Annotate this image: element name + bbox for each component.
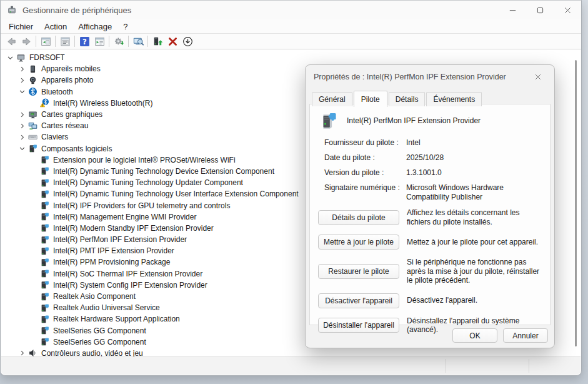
software-component-icon — [39, 337, 50, 347]
chevron-right-icon[interactable] — [17, 64, 27, 74]
driver-fields: Fournisseur du pilote :IntelDate du pilo… — [324, 138, 541, 202]
disable-device-button[interactable] — [180, 34, 195, 48]
expander-spacer — [29, 246, 39, 256]
toolbar-divider — [128, 36, 129, 47]
tree-item-label: Realtek Audio Universal Service — [53, 303, 160, 312]
menu-action[interactable]: Action — [39, 21, 72, 33]
driver-update-icon — [152, 36, 163, 47]
uninstall-icon — [167, 36, 178, 47]
scan-computer-icon — [133, 36, 144, 47]
chevron-down-icon[interactable] — [17, 87, 27, 97]
tree-item-label: Intel(R) Modern Standby IPF Extension Pr… — [53, 224, 214, 233]
expander-spacer — [29, 189, 39, 199]
dialog-titlebar[interactable]: Propriétés de : Intel(R) PerfMon IPF Ext… — [306, 65, 554, 89]
network-adapter-icon — [27, 121, 38, 131]
chevron-right-icon[interactable] — [17, 121, 27, 131]
properties-button[interactable] — [57, 34, 72, 48]
keyboard-icon — [27, 132, 38, 142]
tree-item-label: Intel(R) Dynamic Tuning Technology Devic… — [53, 167, 274, 176]
menubar: FichierActionAffichage? — [1, 19, 581, 34]
window-titlebar[interactable]: Gestionnaire de périphériques — [1, 1, 581, 19]
chevron-down-icon[interactable] — [5, 53, 16, 63]
chevron-right-icon[interactable] — [17, 132, 27, 142]
software-component-icon — [39, 212, 50, 222]
chevron-down-icon[interactable] — [17, 144, 27, 154]
camera-icon — [27, 75, 38, 85]
software-component-icon — [39, 155, 50, 165]
speaker-icon — [27, 348, 38, 357]
update-driver-button[interactable] — [150, 34, 165, 48]
expander-spacer — [29, 178, 39, 188]
show-console-tree-button[interactable] — [38, 34, 53, 48]
dialog-close-button[interactable] — [530, 69, 546, 85]
tree-item-label: Intel(R) SoC Thermal IPF Extension Provi… — [53, 270, 202, 278]
tree-item-fdrsoft[interactable]: FDRSOFT — [1, 52, 581, 63]
driver-actions: Détails du piloteAffichez les détails co… — [318, 208, 542, 335]
tree-item-label: Intel(R) Wireless Bluetooth(R) — [53, 99, 152, 108]
update-driver-software-button[interactable] — [111, 34, 126, 48]
software-component-icon — [27, 144, 38, 154]
action-description: Mettez à jour le pilote pour cet apparei… — [407, 238, 538, 247]
help-button[interactable]: ? — [77, 34, 92, 48]
back-button[interactable] — [4, 34, 19, 48]
field-value: Intel — [406, 138, 541, 148]
statusbar-separator — [446, 359, 446, 373]
field-label: Fournisseur du pilote : — [324, 138, 406, 148]
field-row: Date du pilote :2025/10/28 — [324, 153, 541, 163]
field-row: Signataire numérique :Microsoft Windows … — [324, 183, 541, 202]
desactiver-l-appareil-button[interactable]: Désactiver l'appareil — [318, 293, 399, 308]
ok-button[interactable]: OK — [452, 328, 497, 343]
tree-item-label: Intel(R) Dynamic Tuning Technology User … — [53, 189, 299, 198]
scan-hardware-changes-button[interactable] — [131, 34, 146, 48]
desinstaller-l-appareil-button[interactable]: Désinstaller l'appareil — [318, 318, 399, 333]
chevron-right-icon[interactable] — [17, 348, 27, 357]
device-name: Intel(R) PerfMon IPF Extension Provider — [347, 116, 481, 125]
action-description: Affichez les détails concernant les fich… — [407, 208, 542, 226]
chevron-right-icon[interactable] — [17, 109, 27, 119]
tree-item-label: Realtek Hardware Support Application — [53, 315, 180, 323]
display-adapter-icon — [27, 109, 38, 119]
action-pane-button[interactable] — [92, 34, 107, 48]
chevron-right-icon[interactable] — [17, 75, 27, 85]
expander-spacer — [29, 212, 39, 222]
expander-spacer — [29, 235, 39, 245]
mettre-a-jour-le-pilote-button[interactable]: Mettre à jour le pilote — [318, 235, 399, 250]
tab-general[interactable]: Général — [312, 92, 352, 106]
tab-evenements[interactable]: Événements — [426, 92, 482, 106]
tree-item-label: Intel(R) PMT IPF Extension Provider — [53, 246, 174, 255]
window-title: Gestionnaire de périphériques — [22, 6, 131, 15]
maximize-button[interactable] — [526, 1, 554, 19]
menu-affichage[interactable]: Affichage — [72, 21, 117, 33]
details-du-pilote-button[interactable]: Détails du pilote — [318, 210, 399, 225]
restaurer-le-pilote-button[interactable]: Restaurer le pilote — [318, 264, 399, 279]
software-component-icon — [39, 246, 50, 256]
uninstall-device-button[interactable] — [165, 34, 180, 48]
tree-item-label: Intel(R) System Config IPF Extension Pro… — [53, 281, 207, 290]
minimize-button[interactable] — [499, 1, 526, 19]
statusbar-separator — [529, 359, 529, 373]
menu-fichier[interactable]: Fichier — [3, 21, 39, 33]
cancel-button[interactable]: Annuler — [503, 328, 548, 343]
close-button[interactable] — [554, 1, 581, 19]
device-header: Intel(R) PerfMon IPF Extension Provider — [319, 111, 541, 130]
back-icon — [6, 36, 17, 47]
software-component-icon — [39, 257, 50, 267]
expander-spacer — [29, 291, 39, 301]
tree-scrollbar[interactable] — [575, 60, 577, 346]
bluetooth-warning-icon — [39, 98, 50, 108]
console-tree-icon — [41, 36, 51, 47]
tree-item-label: Intel(R) Management Engine WMI Provider — [53, 213, 196, 221]
tree-item-label: Appareils mobiles — [41, 64, 101, 73]
expander-spacer — [29, 314, 39, 324]
tree-item-controleurs-audio-video-et-jeu[interactable]: Contrôleurs audio, vidéo et jeu — [1, 348, 581, 357]
toolbar-divider — [74, 36, 75, 47]
expander-spacer — [29, 326, 39, 336]
bluetooth-icon — [27, 87, 38, 97]
tree-item-label: Intel(R) IPF Providers for GPU telemetry… — [53, 201, 230, 210]
tab-details[interactable]: Détails — [389, 92, 426, 106]
menu-item[interactable]: ? — [117, 21, 133, 33]
forward-button[interactable] — [19, 34, 34, 48]
field-value: Microsoft Windows Hardware Compatibility… — [406, 183, 541, 202]
tab-pilote[interactable]: Pilote — [354, 91, 387, 107]
tree-item-label: Claviers — [41, 133, 68, 141]
